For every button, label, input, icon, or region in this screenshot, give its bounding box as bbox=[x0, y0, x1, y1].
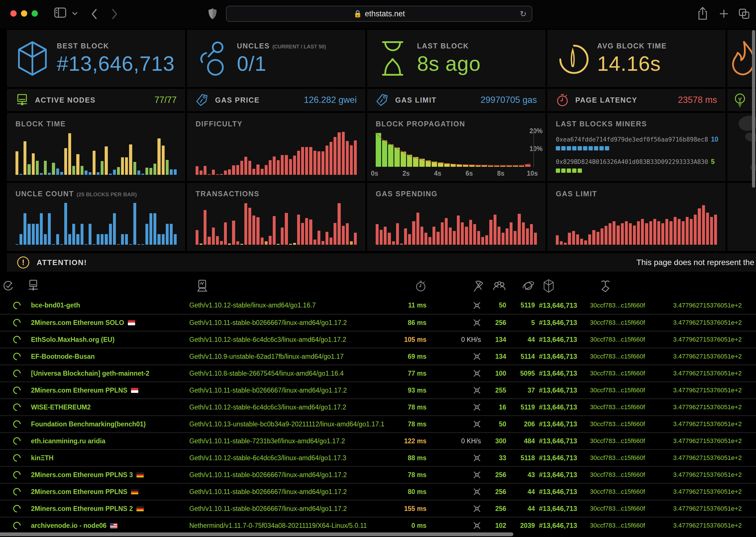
chart-bar bbox=[346, 141, 349, 175]
node-row[interactable]: archivenode.io - node06Nethermind/v1.11.… bbox=[0, 516, 756, 534]
node-peers: 50 bbox=[484, 302, 506, 309]
chart-bar bbox=[60, 244, 63, 245]
chart-bar bbox=[485, 235, 488, 245]
node-block-hash[interactable]: 30ccf783...c15f660f bbox=[587, 403, 670, 411]
minimize-window-button[interactable] bbox=[21, 10, 27, 17]
node-name[interactable]: 2Miners.com Ethereum PPLNS 3 bbox=[17, 471, 187, 479]
node-block-hash[interactable]: 30ccf783...c15f660f bbox=[587, 420, 670, 428]
privacy-shield-icon[interactable] bbox=[208, 8, 217, 20]
chart-bar bbox=[384, 227, 387, 245]
chart-bar bbox=[285, 155, 288, 175]
node-block-hash[interactable]: 30ccf783...c15f660f bbox=[587, 454, 670, 462]
node-row[interactable]: 2Miners.com Ethereum PPLNSGeth/v1.10.11-… bbox=[0, 483, 756, 500]
node-status-cell bbox=[0, 488, 17, 495]
node-block-hash[interactable]: 30ccf783...c15f660f bbox=[587, 387, 670, 394]
node-row[interactable]: Foundation Benchmarking(bench01)Geth/v1.… bbox=[0, 415, 756, 432]
chart-bar bbox=[129, 244, 132, 245]
node-row[interactable]: 2Miners.com Ethereum PPLNS 3Geth/v1.10.1… bbox=[0, 466, 756, 483]
chart-bar bbox=[32, 224, 35, 245]
chart-bar bbox=[506, 228, 509, 245]
share-icon[interactable] bbox=[697, 7, 708, 20]
chart-bar bbox=[97, 172, 100, 175]
stopwatch-icon bbox=[556, 94, 569, 106]
chart-bar bbox=[133, 203, 136, 245]
tab-overview-icon[interactable] bbox=[739, 9, 750, 19]
chart-bar bbox=[252, 216, 255, 245]
node-row[interactable]: EF-Bootnode-BusanGeth/v1.10.9-unstable-6… bbox=[0, 348, 756, 364]
node-row[interactable]: 2Miners.com Ethereum PPLNS 2Geth/v1.10.1… bbox=[0, 500, 756, 516]
node-name[interactable]: WISE-ETHEREUM2 bbox=[17, 403, 187, 411]
node-row[interactable]: 2Miners.com Ethereum SOLOGeth/v1.10.11-s… bbox=[0, 314, 756, 331]
close-window-button[interactable] bbox=[10, 10, 17, 17]
node-name[interactable]: EF-Bootnode-Busan bbox=[17, 353, 187, 360]
chart-bar bbox=[408, 234, 411, 245]
node-block-hash[interactable]: 30ccf783...c15f660f bbox=[587, 319, 670, 326]
node-block-hash[interactable]: 30ccf783...c15f660f bbox=[587, 505, 670, 512]
chart-bar bbox=[16, 244, 18, 245]
x-tick-label: 6s bbox=[466, 170, 473, 177]
chart-bar bbox=[72, 166, 75, 175]
reload-button[interactable]: ↻ bbox=[520, 9, 527, 19]
node-name[interactable]: Foundation Benchmarking(bench01) bbox=[17, 420, 187, 428]
sidebar-icon[interactable] bbox=[54, 7, 67, 18]
node-block-hash[interactable]: 30ccf783...c15f660f bbox=[587, 336, 670, 343]
node-name[interactable]: 2Miners.com Ethereum PPLNS bbox=[17, 488, 187, 496]
node-name[interactable]: EthSolo.MaxHash.org (EU) bbox=[17, 336, 187, 344]
node-name[interactable]: 2Miners.com Ethereum SOLO bbox=[17, 319, 187, 327]
node-name[interactable]: kinΞTH bbox=[17, 454, 187, 462]
chevron-down-icon[interactable] bbox=[72, 12, 78, 16]
chart-bar bbox=[232, 221, 235, 245]
node-row[interactable]: eth.icanmining.ru aridiaGeth/v1.10.11-st… bbox=[0, 432, 756, 449]
chart-bar bbox=[617, 226, 619, 245]
node-name[interactable]: [Universa Blockchain] geth-mainnet-2 bbox=[17, 370, 187, 377]
address-bar[interactable]: 🔒 ethstats.net ↻ bbox=[226, 6, 532, 22]
chart-bar bbox=[326, 232, 329, 245]
not-mining-icon bbox=[473, 488, 481, 496]
block-square bbox=[567, 146, 571, 150]
not-mining-icon bbox=[473, 319, 481, 327]
node-block-hash[interactable]: 30ccf783...c15f660f bbox=[587, 302, 670, 309]
forward-button[interactable] bbox=[111, 8, 118, 20]
chart-bar bbox=[208, 174, 210, 175]
horizontal-scrollbar[interactable] bbox=[0, 532, 513, 536]
chart-bar bbox=[421, 227, 423, 245]
node-block-hash[interactable]: 30ccf783...c15f660f bbox=[587, 522, 670, 529]
chart-bar bbox=[297, 215, 300, 245]
node-row[interactable]: kinΞTHGeth/v1.10.12-stable-6c4dc6c3/linu… bbox=[0, 449, 756, 466]
node-pending: 43 bbox=[506, 471, 535, 479]
node-name[interactable]: archivenode.io - node06 bbox=[17, 522, 187, 529]
node-block-hash[interactable]: 30ccf783...c15f660f bbox=[587, 353, 670, 360]
node-status-cell bbox=[0, 454, 17, 462]
node-pending: 44 bbox=[506, 336, 535, 344]
node-row[interactable]: bce-bnd01-gethGeth/v1.10.12-stable/linux… bbox=[0, 297, 756, 314]
node-block-hash[interactable]: 30ccf783...c15f660f bbox=[587, 370, 670, 377]
node-row[interactable]: 2Miners.com Ethereum PPLNSGeth/v1.10.11-… bbox=[0, 381, 756, 398]
new-tab-icon[interactable] bbox=[719, 9, 729, 18]
chart-bar bbox=[113, 213, 116, 245]
node-block-hash[interactable]: 30ccf783...c15f660f bbox=[587, 471, 670, 478]
miner-address[interactable]: 0xea674fdde714fd979de3edf0f56aa9716b898e… bbox=[556, 136, 708, 143]
node-mining bbox=[426, 471, 484, 479]
node-total-difficulty: 3.477962715376051e+2 bbox=[670, 387, 756, 394]
node-status-cell bbox=[0, 471, 17, 478]
not-mining-icon bbox=[473, 352, 481, 360]
chart-bar bbox=[68, 133, 71, 175]
chart-bar bbox=[170, 169, 173, 175]
node-row[interactable]: [Universa Blockchain] geth-mainnet-2Geth… bbox=[0, 364, 756, 381]
node-row[interactable]: WISE-ETHEREUM2Geth/v1.10.12-stable-6c4dc… bbox=[0, 398, 756, 415]
not-mining-icon bbox=[473, 471, 481, 479]
chart-bar bbox=[641, 219, 644, 245]
node-block-hash[interactable]: 30ccf783...c15f660f bbox=[587, 488, 670, 495]
node-pending: 2039 bbox=[506, 522, 535, 529]
node-name[interactable]: eth.icanmining.ru aridia bbox=[17, 437, 187, 445]
miner-address[interactable]: 0x829BD824B016326A401d083B33D092293333A8… bbox=[556, 158, 708, 165]
chart-bar bbox=[48, 173, 51, 175]
zoom-window-button[interactable] bbox=[31, 10, 38, 17]
node-name[interactable]: 2Miners.com Ethereum PPLNS bbox=[17, 387, 187, 394]
node-name[interactable]: 2Miners.com Ethereum PPLNS 2 bbox=[17, 505, 187, 513]
node-block-hash[interactable]: 30ccf783...c15f660f bbox=[587, 437, 670, 445]
node-name[interactable]: bce-bnd01-geth bbox=[17, 302, 187, 309]
node-row[interactable]: EthSolo.MaxHash.org (EU)Geth/v1.10.12-st… bbox=[0, 331, 756, 348]
back-button[interactable] bbox=[91, 8, 98, 20]
vertical-scrollbar[interactable] bbox=[752, 30, 755, 188]
